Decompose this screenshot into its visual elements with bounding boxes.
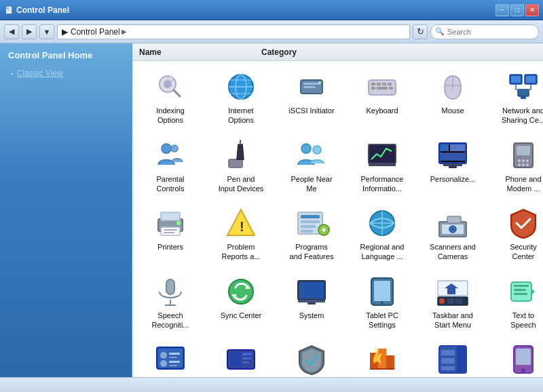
path-root-icon: ▶ (62, 27, 68, 37)
svg-rect-104 (447, 298, 454, 304)
category-column-header[interactable]: Category (261, 47, 543, 57)
icon-phone-modem[interactable]: Phone and Modem ... (489, 134, 543, 199)
svg-rect-11 (303, 86, 316, 88)
icon-people-near-me[interactable]: People Near Me (278, 134, 345, 199)
pen-input-label: Pen and Input Devices (219, 174, 264, 194)
network-sharing-label: Network and Sharing Ce... (502, 106, 543, 125)
svg-rect-64 (161, 227, 180, 235)
svg-rect-49 (449, 166, 457, 168)
windows-sidebar-icon (436, 343, 469, 376)
svg-point-101 (381, 301, 383, 304)
back-button[interactable]: ◀ (4, 24, 19, 39)
regional-language-label: Regional and Language ... (360, 242, 405, 262)
icon-regional-language[interactable]: Regional and Language ... (348, 201, 416, 267)
icon-parental-controls[interactable]: Parental Controls (136, 134, 204, 199)
icon-welcome-center[interactable]: Welcome Center (136, 338, 204, 377)
svg-rect-125 (242, 357, 252, 359)
go-button[interactable]: ↻ (413, 24, 428, 39)
svg-point-119 (160, 360, 167, 367)
icon-printers[interactable]: Printers (136, 201, 204, 267)
taskbar-start-label: Taskbar and Start Menu (432, 311, 473, 330)
sidebar-item-classic-view[interactable]: • Classic View (8, 67, 124, 79)
title-bar: 🖥 Control Panel − □ ✕ (0, 0, 543, 20)
address-path[interactable]: ▶ Control Panel ▶ (57, 24, 410, 39)
svg-rect-126 (242, 361, 249, 364)
icon-text-to-speech[interactable]: Text to Speech (489, 270, 543, 336)
welcome-center-icon (154, 343, 187, 376)
performance-icon (366, 139, 398, 172)
icon-personalization[interactable]: Personalize... (419, 134, 487, 199)
icon-system[interactable]: System (278, 270, 345, 336)
svg-rect-124 (242, 353, 252, 355)
close-button[interactable]: ✕ (525, 4, 539, 16)
window-controls: − □ ✕ (495, 4, 539, 16)
search-box[interactable]: 🔍 (430, 24, 539, 39)
icon-pen-input[interactable]: Pen and Input Devices (207, 134, 275, 199)
icon-scanners-cameras[interactable]: Scanners and Cameras (419, 201, 487, 267)
parental-controls-icon (154, 139, 187, 172)
svg-rect-121 (169, 365, 177, 366)
status-bar (0, 377, 543, 392)
icon-programs-features[interactable]: Programs and Features (278, 201, 345, 267)
internet-options-label: Internet Options (228, 106, 254, 125)
icon-mouse[interactable]: Mouse (419, 65, 487, 131)
svg-rect-120 (169, 361, 180, 363)
forward-button[interactable]: ▶ (22, 24, 37, 39)
classic-view-link[interactable]: Classic View (17, 68, 63, 78)
icon-security-center[interactable]: Security Center (489, 201, 543, 267)
window-title: Control Panel (16, 5, 69, 15)
windows-defender-icon (295, 343, 328, 376)
svg-point-84 (451, 228, 454, 231)
printers-icon (154, 207, 187, 239)
sidebar-title: Control Panel Home (8, 50, 124, 60)
sidebar: Control Panel Home • Classic View (0, 43, 132, 377)
search-input[interactable] (447, 28, 534, 36)
speech-recognition-icon (154, 275, 187, 308)
svg-line-2 (174, 90, 180, 96)
icon-internet-options[interactable]: Internet Options (207, 65, 275, 131)
svg-rect-63 (161, 212, 180, 220)
svg-rect-15 (377, 83, 381, 85)
printers-label: Printers (157, 242, 183, 252)
icon-windows-cardspace[interactable]: Windows CardSpace (207, 338, 275, 377)
svg-rect-128 (457, 346, 466, 373)
personalization-label: Personalize... (430, 174, 476, 184)
maximize-button[interactable]: □ (510, 4, 524, 16)
icon-windows-sideshow[interactable]: Windows SideShow (489, 338, 543, 377)
speech-recognition-label: Speech Recogniti... (151, 311, 189, 330)
windows-cardspace-icon (225, 343, 257, 376)
windows-sideshow-icon (507, 343, 540, 376)
svg-point-116 (160, 352, 167, 359)
dropdown-button[interactable]: ▼ (39, 24, 54, 39)
svg-point-67 (176, 221, 181, 225)
svg-rect-109 (514, 289, 526, 291)
icon-keyboard[interactable]: Keyboard (348, 65, 416, 131)
svg-rect-133 (516, 349, 531, 365)
icon-problem-reports[interactable]: !Problem Reports a... (207, 201, 275, 267)
text-to-speech-icon (507, 275, 540, 308)
icon-windows-firewall[interactable]: Windows Firewall (348, 338, 416, 377)
phone-modem-icon (507, 139, 540, 172)
icon-tablet-pc[interactable]: Tablet PC Settings (348, 270, 416, 336)
icon-windows-sidebar[interactable]: Windows Sidebar ... (419, 338, 487, 377)
programs-features-icon (295, 207, 328, 239)
icon-speech-recognition[interactable]: Speech Recogniti... (136, 270, 204, 336)
icon-sync-center[interactable]: Sync Center (207, 270, 275, 336)
keyboard-icon (366, 71, 398, 103)
icon-network-sharing[interactable]: Network and Sharing Ce... (489, 65, 543, 131)
content-area: Name Category Indexing OptionsInternet O… (132, 43, 543, 377)
minimize-button[interactable]: − (495, 4, 509, 16)
name-column-header[interactable]: Name (132, 47, 261, 57)
icon-performance[interactable]: Performance Informatio... (348, 134, 416, 199)
svg-rect-72 (301, 220, 320, 223)
svg-rect-20 (389, 87, 393, 90)
icon-indexing-options[interactable]: Indexing Options (136, 65, 204, 131)
icon-windows-defender[interactable]: Windows Defender (278, 338, 345, 377)
text-to-speech-label: Text to Speech (510, 311, 536, 330)
svg-rect-14 (371, 83, 375, 85)
svg-rect-24 (511, 76, 521, 83)
icon-iscsi-initiator[interactable]: iSCSI Initiator (278, 65, 345, 131)
indexing-options-icon (154, 71, 187, 103)
icon-taskbar-start[interactable]: Taskbar and Start Menu (419, 270, 487, 336)
svg-point-54 (526, 159, 529, 162)
